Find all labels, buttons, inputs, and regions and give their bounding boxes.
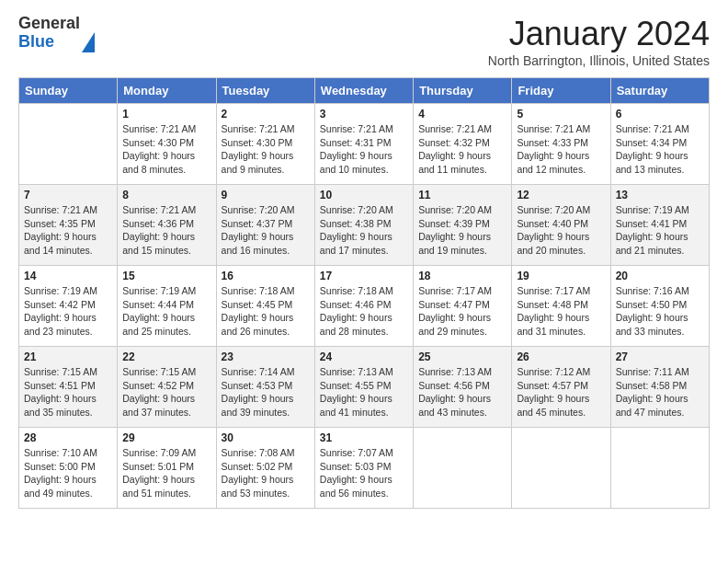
day-detail: Sunrise: 7:20 AMSunset: 4:37 PMDaylight:… xyxy=(222,203,310,258)
calendar-cell: 3Sunrise: 7:21 AMSunset: 4:31 PMDaylight… xyxy=(314,104,413,185)
calendar-cell: 4Sunrise: 7:21 AMSunset: 4:32 PMDaylight… xyxy=(414,104,512,185)
day-number: 10 xyxy=(320,189,408,201)
day-detail: Sunrise: 7:15 AMSunset: 4:51 PMDaylight:… xyxy=(24,365,112,419)
calendar-cell: 11Sunrise: 7:20 AMSunset: 4:39 PMDayligh… xyxy=(414,185,512,266)
day-detail: Sunrise: 7:19 AMSunset: 4:41 PMDaylight:… xyxy=(616,203,704,258)
calendar-cell: 29Sunrise: 7:09 AMSunset: 5:01 PMDayligh… xyxy=(118,428,216,509)
calendar-cell: 13Sunrise: 7:19 AMSunset: 4:41 PMDayligh… xyxy=(610,185,709,266)
day-number: 28 xyxy=(24,431,112,444)
page-header: General Blue January 2024 North Barringt… xyxy=(18,15,710,68)
day-detail: Sunrise: 7:08 AMSunset: 5:02 PMDaylight:… xyxy=(222,446,310,500)
day-number: 13 xyxy=(616,189,704,201)
day-detail: Sunrise: 7:07 AMSunset: 5:03 PMDaylight:… xyxy=(320,446,408,500)
calendar-week-row: 14Sunrise: 7:19 AMSunset: 4:42 PMDayligh… xyxy=(19,266,710,347)
day-number: 1 xyxy=(122,108,210,121)
logo-blue: Blue xyxy=(18,32,54,51)
calendar-cell: 17Sunrise: 7:18 AMSunset: 4:46 PMDayligh… xyxy=(314,266,413,347)
day-number: 2 xyxy=(222,108,310,121)
day-number: 6 xyxy=(616,108,704,121)
day-detail: Sunrise: 7:12 AMSunset: 4:57 PMDaylight:… xyxy=(517,365,605,419)
calendar-cell: 1Sunrise: 7:21 AMSunset: 4:30 PMDaylight… xyxy=(118,104,216,185)
day-detail: Sunrise: 7:20 AMSunset: 4:39 PMDaylight:… xyxy=(418,203,506,258)
day-number: 8 xyxy=(122,189,210,201)
weekday-header-wednesday: Wednesday xyxy=(314,78,413,104)
day-number: 23 xyxy=(222,350,310,363)
weekday-header-thursday: Thursday xyxy=(414,78,512,104)
day-number: 29 xyxy=(122,431,210,444)
day-detail: Sunrise: 7:20 AMSunset: 4:38 PMDaylight:… xyxy=(320,203,408,258)
day-number: 24 xyxy=(320,350,408,363)
month-title: January 2024 xyxy=(488,15,710,53)
calendar-cell: 10Sunrise: 7:20 AMSunset: 4:38 PMDayligh… xyxy=(314,185,413,266)
day-number: 3 xyxy=(320,108,408,121)
day-number: 15 xyxy=(122,270,210,282)
day-number: 7 xyxy=(24,189,112,201)
day-number: 16 xyxy=(222,270,310,282)
weekday-header-sunday: Sunday xyxy=(19,78,118,104)
calendar-cell: 7Sunrise: 7:21 AMSunset: 4:35 PMDaylight… xyxy=(19,185,118,266)
calendar-cell: 25Sunrise: 7:13 AMSunset: 4:56 PMDayligh… xyxy=(414,347,512,428)
day-detail: Sunrise: 7:20 AMSunset: 4:40 PMDaylight:… xyxy=(517,203,605,258)
day-detail: Sunrise: 7:16 AMSunset: 4:50 PMDaylight:… xyxy=(616,284,704,339)
logo-triangle-icon xyxy=(82,14,95,52)
calendar-week-row: 21Sunrise: 7:15 AMSunset: 4:51 PMDayligh… xyxy=(19,347,710,428)
calendar-cell: 9Sunrise: 7:20 AMSunset: 4:37 PMDaylight… xyxy=(216,185,314,266)
calendar-cell: 5Sunrise: 7:21 AMSunset: 4:33 PMDaylight… xyxy=(512,104,610,185)
logo-general: General xyxy=(18,14,80,32)
calendar-cell: 23Sunrise: 7:14 AMSunset: 4:53 PMDayligh… xyxy=(216,347,314,428)
calendar-cell: 26Sunrise: 7:12 AMSunset: 4:57 PMDayligh… xyxy=(512,347,610,428)
day-detail: Sunrise: 7:09 AMSunset: 5:01 PMDaylight:… xyxy=(122,446,210,500)
calendar-cell: 16Sunrise: 7:18 AMSunset: 4:45 PMDayligh… xyxy=(216,266,314,347)
day-detail: Sunrise: 7:21 AMSunset: 4:31 PMDaylight:… xyxy=(320,122,408,177)
day-detail: Sunrise: 7:18 AMSunset: 4:46 PMDaylight:… xyxy=(320,284,408,339)
day-number: 19 xyxy=(517,270,605,282)
calendar-cell: 21Sunrise: 7:15 AMSunset: 4:51 PMDayligh… xyxy=(19,347,118,428)
day-number: 17 xyxy=(320,270,408,282)
weekday-header-friday: Friday xyxy=(512,78,610,104)
calendar-table: SundayMondayTuesdayWednesdayThursdayFrid… xyxy=(18,77,710,509)
calendar-cell: 31Sunrise: 7:07 AMSunset: 5:03 PMDayligh… xyxy=(314,428,413,509)
title-block: January 2024 North Barrington, Illinois,… xyxy=(488,15,710,68)
weekday-header-saturday: Saturday xyxy=(610,78,709,104)
calendar-cell: 6Sunrise: 7:21 AMSunset: 4:34 PMDaylight… xyxy=(610,104,709,185)
logo-text-block: General Blue xyxy=(18,15,95,52)
day-number: 14 xyxy=(24,270,112,282)
calendar-cell: 20Sunrise: 7:16 AMSunset: 4:50 PMDayligh… xyxy=(610,266,709,347)
calendar-cell xyxy=(19,104,118,185)
day-detail: Sunrise: 7:21 AMSunset: 4:35 PMDaylight:… xyxy=(24,203,112,258)
day-detail: Sunrise: 7:17 AMSunset: 4:47 PMDaylight:… xyxy=(418,284,506,339)
calendar-cell: 22Sunrise: 7:15 AMSunset: 4:52 PMDayligh… xyxy=(118,347,216,428)
calendar-cell: 19Sunrise: 7:17 AMSunset: 4:48 PMDayligh… xyxy=(512,266,610,347)
day-detail: Sunrise: 7:17 AMSunset: 4:48 PMDaylight:… xyxy=(517,284,605,339)
calendar-cell: 14Sunrise: 7:19 AMSunset: 4:42 PMDayligh… xyxy=(19,266,118,347)
day-detail: Sunrise: 7:10 AMSunset: 5:00 PMDaylight:… xyxy=(24,446,112,500)
location-title: North Barrington, Illinois, United State… xyxy=(488,53,710,68)
day-number: 18 xyxy=(418,270,506,282)
day-number: 31 xyxy=(320,431,408,444)
day-number: 11 xyxy=(418,189,506,201)
day-detail: Sunrise: 7:13 AMSunset: 4:56 PMDaylight:… xyxy=(418,365,506,419)
day-detail: Sunrise: 7:19 AMSunset: 4:42 PMDaylight:… xyxy=(24,284,112,339)
calendar-cell xyxy=(610,428,709,509)
calendar-cell: 18Sunrise: 7:17 AMSunset: 4:47 PMDayligh… xyxy=(414,266,512,347)
weekday-header-monday: Monday xyxy=(118,78,216,104)
day-detail: Sunrise: 7:13 AMSunset: 4:55 PMDaylight:… xyxy=(320,365,408,419)
weekday-header-tuesday: Tuesday xyxy=(216,78,314,104)
calendar-cell: 24Sunrise: 7:13 AMSunset: 4:55 PMDayligh… xyxy=(314,347,413,428)
calendar-cell xyxy=(414,428,512,509)
day-number: 26 xyxy=(517,350,605,363)
weekday-header-row: SundayMondayTuesdayWednesdayThursdayFrid… xyxy=(19,78,710,104)
day-number: 30 xyxy=(222,431,310,444)
calendar-week-row: 7Sunrise: 7:21 AMSunset: 4:35 PMDaylight… xyxy=(19,185,710,266)
day-detail: Sunrise: 7:21 AMSunset: 4:30 PMDaylight:… xyxy=(122,122,210,177)
calendar-cell: 15Sunrise: 7:19 AMSunset: 4:44 PMDayligh… xyxy=(118,266,216,347)
logo: General Blue xyxy=(18,15,95,52)
calendar-cell: 28Sunrise: 7:10 AMSunset: 5:00 PMDayligh… xyxy=(19,428,118,509)
day-detail: Sunrise: 7:21 AMSunset: 4:30 PMDaylight:… xyxy=(222,122,310,177)
calendar-week-row: 28Sunrise: 7:10 AMSunset: 5:00 PMDayligh… xyxy=(19,428,710,509)
day-number: 12 xyxy=(517,189,605,201)
day-detail: Sunrise: 7:21 AMSunset: 4:32 PMDaylight:… xyxy=(418,122,506,177)
day-detail: Sunrise: 7:21 AMSunset: 4:33 PMDaylight:… xyxy=(517,122,605,177)
day-number: 21 xyxy=(24,350,112,363)
day-number: 27 xyxy=(616,350,704,363)
